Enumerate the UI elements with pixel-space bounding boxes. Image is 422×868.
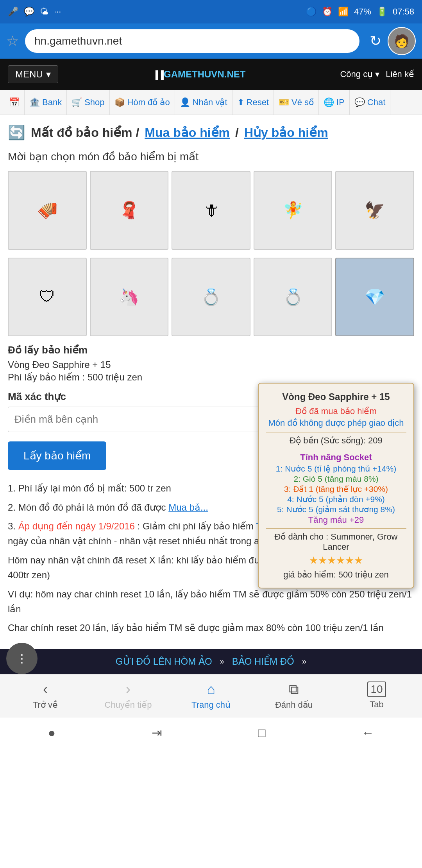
item-cell-8[interactable]: 💍 [172,258,250,337]
item-icon-8: 💍 [201,287,221,307]
nav-back[interactable]: ‹ Trở về [4,681,87,710]
item-icon-6: 🛡 [39,287,55,306]
header-links: Công cụ ▾ Liên kế [340,69,414,79]
item-icon-1: 🪗 [37,201,57,220]
messenger-icon: 💬 [24,7,34,17]
sys-back[interactable]: ← [361,726,374,740]
storage-action-link[interactable]: GỬI ĐỒ LÊN HÒM ẢO [116,656,212,667]
tooltip-durability: Độ bền (Sức sống): 209 [266,436,406,446]
item-icon-2: 🧣 [119,201,139,220]
item-cell-4[interactable]: 🧚 [254,171,333,250]
item-icon-10: 💎 [365,287,385,307]
site-header: MENU ▾ ▐▐GAMETHUVN.NET Công cụ ▾ Liên kế [0,59,422,90]
insurance-action-link[interactable]: BẢO HIỂM ĐỒ [232,656,294,667]
tooltip-status-red: Đồ đã mua bảo hiểm [266,406,406,416]
avatar-image: 🧑 [394,34,409,48]
item-cell-2[interactable]: 🧣 [90,171,169,250]
bottom-action-wrapper: ⋮ GỬI ĐỒ LÊN HÒM ẢO » BẢO HIỂM ĐỒ » [0,649,422,674]
item-cell-10[interactable]: 💎 [335,258,414,337]
nav-forward[interactable]: › Chuyển tiếp [87,681,170,710]
menu-button[interactable]: MENU ▾ [8,65,58,83]
info-section: Đồ lấy bảo hiểm Vòng Đeo Sapphire + 15 P… [8,344,414,383]
bluetooth-icon: 🔵 [306,7,316,17]
item-grid-row1: 🪗 🧣 🗡 🧚 🦅 [8,171,414,250]
sys-tab[interactable]: ⇥ [152,725,162,740]
avatar[interactable]: 🧑 [388,27,416,55]
tabs-icon: 10 [367,681,386,697]
sys-dot[interactable]: ● [48,726,55,740]
nav-ip[interactable]: 🌐 IP [319,90,350,115]
weather-icon: 🌤 [40,7,48,17]
tabs-label: Tab [370,699,383,710]
nav-reset[interactable]: ⬆ Reset [232,90,274,115]
socket-2: 2: Gió 5 (tăng máu 8%) [266,474,406,484]
home-icon: ⌂ [207,681,215,698]
menu-label: MENU [15,69,43,80]
fab-menu-button[interactable]: ⋮ [6,643,38,674]
tooltip-bonus: Tăng máu +29 [266,515,406,525]
refresh-icon: 🔄 [8,124,25,141]
nav-lottery[interactable]: 🎫 Vé số [274,90,319,115]
cancel-insurance-link[interactable]: Hủy bảo hiểm [244,125,328,140]
battery-icon: 🔋 [377,7,387,17]
url-bar[interactable]: hn.gamethuvn.net [25,29,359,53]
mic-icon: 🎤 [8,7,18,17]
bookmark-icon[interactable]: ☆ [6,33,19,49]
item-icon-5: 🦅 [365,201,385,220]
links-link[interactable]: Liên kế [386,69,414,79]
item-cell-1[interactable]: 🪗 [8,171,87,250]
page-title: 🔄 Mất đồ bảo hiểm / Mua bảo hiểm / Hủy b… [8,124,414,141]
main-content: 🔄 Mất đồ bảo hiểm / Mua bảo hiểm / Hủy b… [0,115,422,649]
home-label: Trang chủ [191,700,231,710]
site-logo: ▐▐GAMETHUVN.NET [153,69,246,80]
item-icon-3: 🗡 [203,201,219,220]
fee-text: Phí lấy bảo hiểm : 500 triệu zen [8,372,414,383]
instruction-6: Char chính reset 20 lần, lấy bảo hiểm TM… [8,621,414,635]
nav-character[interactable]: 👤 Nhân vật [175,90,232,115]
nav-shop[interactable]: 🛒 Shop [67,90,109,115]
system-nav: ● ⇥ □ ← [0,717,422,748]
item-icon-9: 💍 [283,287,303,307]
menu-chevron-icon: ▾ [46,69,51,80]
logo-text: ▐▐GAMETHUVN.NET [153,69,246,80]
socket-4: 4: Nước 5 (phản đòn +9%) [266,495,406,504]
info-label: Đồ lấy bảo hiểm [8,344,414,356]
item-cell-5[interactable]: 🦅 [335,171,414,250]
item-cell-3[interactable]: 🗡 [172,171,250,250]
nav-bookmark[interactable]: ⧉ Đánh dấu [252,681,335,710]
signal-icon: 📶 [338,7,349,17]
item-cell-7[interactable]: 🦄 [90,258,169,337]
sys-home[interactable]: □ [258,726,265,740]
item-cell-6[interactable]: 🛡 [8,258,87,337]
back-icon: ‹ [43,681,48,698]
nav-storage[interactable]: 📦 Hòm đồ ảo [110,90,175,115]
bookmark-nav-icon: ⧉ [289,681,299,698]
item-grid-row2: 🛡 🦄 💍 💍 💎 [8,258,414,337]
tools-link[interactable]: Công cụ ▾ [340,69,379,79]
status-bar: 🎤 💬 🌤 ··· 🔵 ⏰ 📶 47% 🔋 07:58 [0,0,422,23]
socket-5: 5: Nước 5 (giảm sát thương 8%) [266,505,406,514]
tooltip-title: Vòng Đeo Sapphire + 15 [266,391,406,402]
item-tooltip: Vòng Đeo Sapphire + 15 Đồ đã mua bảo hiể… [258,383,414,588]
forward-label: Chuyển tiếp [105,700,152,710]
buy-insurance-link[interactable]: Mua bảo hiểm [145,125,230,140]
bottom-nav: ‹ Trở về › Chuyển tiếp ⌂ Trang chủ ⧉ Đán… [0,674,422,717]
alarm-icon: ⏰ [322,7,333,17]
nav-home[interactable]: ⌂ Trang chủ [170,681,252,710]
logo-name: GAMETHUVN.NET [164,69,245,79]
browser-bar: ☆ hn.gamethuvn.net ↻ 🧑 [0,23,422,59]
item-icon-7: 🦄 [119,287,139,307]
socket-3: 3: Đất 1 (tăng thể lực +30%) [266,484,406,494]
nav-chat[interactable]: 💬 Chat [350,90,390,115]
buy-link[interactable]: Mua bả... [168,502,208,513]
nav-calendar[interactable]: 📅 [4,90,25,115]
nav-tabs[interactable]: 10 Tab [335,681,418,710]
nav-bank[interactable]: 🏦 Bank [25,90,67,115]
url-text: hn.gamethuvn.net [34,35,122,47]
tooltip-for: Đồ dành cho : Summoner, Grow Lancer [266,532,406,552]
fab-dots-icon: ⋮ [16,651,28,665]
submit-button[interactable]: Lấy bảo hiểm [8,441,106,470]
item-cell-9[interactable]: 💍 [254,258,333,337]
tooltip-status-blue: Món đồ không được phép giao dịch [266,418,406,428]
reload-icon[interactable]: ↻ [370,33,381,49]
